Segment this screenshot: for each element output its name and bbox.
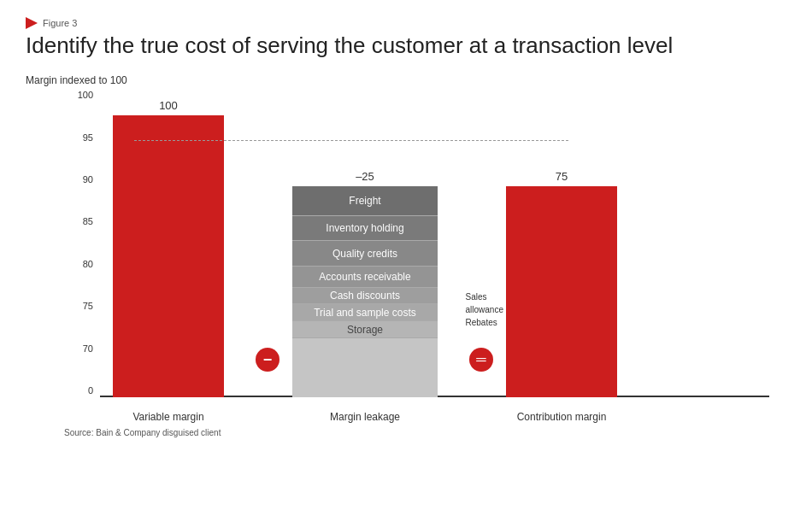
chart-inner: 100 Variable margin − –25 Freight [100, 90, 769, 423]
contribution-margin-bar [506, 186, 617, 397]
y-tick-75: 75 [83, 301, 97, 311]
y-tick-85: 85 [83, 216, 97, 226]
seg-inventory-holding: Inventory holding [292, 216, 438, 242]
y-tick-100: 100 [78, 90, 97, 100]
seg-cash-discounts: Cash discounts [292, 288, 438, 305]
variable-margin-value: 100 [159, 99, 178, 112]
equals-operator-group: ═ [450, 348, 493, 423]
equals-circle: ═ [469, 348, 493, 372]
y-axis: 100 95 90 85 80 75 70 0 [64, 90, 97, 397]
bar-margin-leakage: –25 Freight Inventory holding Quality cr… [279, 170, 450, 423]
variable-margin-label: Variable margin [113, 411, 224, 423]
seg-accounts-receivable: Accounts receivable [292, 267, 438, 288]
title-text: Identify the true cost of serving the cu… [26, 32, 673, 58]
margin-leakage-label: Margin leakage [330, 411, 400, 423]
contribution-margin-label: Contribution margin [506, 411, 617, 423]
bar-variable-margin: 100 Variable margin [100, 99, 237, 423]
bar-contribution-margin: 75 Contribution margin [493, 170, 630, 423]
y-tick-80: 80 [83, 259, 97, 269]
chart-title: Identify the true cost of serving the cu… [26, 32, 786, 59]
source-text: Source: Bain & Company disguised client [64, 428, 786, 437]
seg-remaining [292, 338, 438, 397]
margin-leakage-value: –25 [356, 170, 374, 183]
margin-leakage-stacked: Freight Inventory holding Quality credit… [292, 186, 438, 397]
minus-operator-group: − [237, 348, 279, 423]
minus-circle: − [256, 348, 279, 372]
red-triangle-icon [26, 17, 38, 29]
contribution-margin-value: 75 [556, 170, 568, 183]
y-tick-0: 0 [88, 385, 97, 396]
y-tick-70: 70 [83, 343, 97, 354]
variable-margin-bar [113, 115, 224, 397]
seg-quality-credits: Quality credits [292, 241, 438, 267]
chart-area: 100 95 90 85 80 75 70 0 100 Variable mar… [64, 90, 769, 423]
y-tick-90: 90 [83, 174, 97, 185]
y-tick-95: 95 [83, 132, 97, 143]
page: Figure 3 Identify the true cost of servi… [0, 0, 812, 516]
seg-trial-sample: Trial and sample costs [292, 304, 438, 321]
figure-label: Figure 3 [26, 17, 786, 29]
seg-storage: Storage [292, 321, 438, 338]
y-axis-label: Margin indexed to 100 [26, 74, 786, 86]
figure-number: Figure 3 [43, 18, 77, 28]
seg-freight: Freight [292, 186, 438, 216]
